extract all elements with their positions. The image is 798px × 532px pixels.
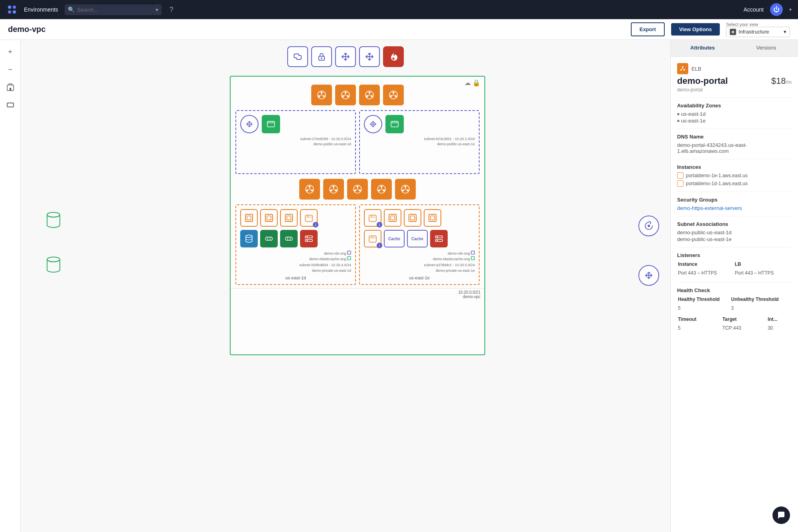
middle-elb-5[interactable] xyxy=(395,179,416,200)
elasticache-box-1d-2[interactable] xyxy=(280,230,298,247)
lock-tool-icon[interactable] xyxy=(311,46,332,67)
security-group-link[interactable]: demo-https-external-servers xyxy=(677,205,792,211)
view-selector[interactable]: Select your view ■ Infrastructure ▾ xyxy=(726,22,790,37)
instance-chip-2[interactable] xyxy=(260,209,278,227)
svg-point-35 xyxy=(306,190,308,192)
export-button[interactable]: Export xyxy=(631,22,665,36)
app-logo xyxy=(6,4,18,15)
rds-box-1d[interactable] xyxy=(240,230,258,247)
resource-type-header: ELB xyxy=(677,63,792,74)
instance-chip-1e-2[interactable] xyxy=(384,209,401,227)
svg-point-9 xyxy=(321,57,322,59)
instance-chip-4[interactable]: 1 xyxy=(300,209,318,227)
ecs-icon-1e[interactable] xyxy=(385,115,404,133)
resource-id: demo-portal xyxy=(677,87,728,93)
circular-arrow-icon[interactable] xyxy=(638,216,659,236)
zone-label-1d: us-east-1d xyxy=(240,275,351,280)
lock-small-icon: 🔒 xyxy=(472,79,480,87)
s3-bucket-green-2[interactable] xyxy=(45,256,62,274)
subnet-label-1e: subnet-623c2831 - 10.20.1.0/24 demo-publ… xyxy=(364,136,475,146)
pan-tool-icon[interactable] xyxy=(359,46,380,67)
elb-icon-2[interactable] xyxy=(335,85,356,105)
right-panel: Attributes Versions ELB demo-portal xyxy=(670,40,798,532)
middle-elb-1[interactable] xyxy=(299,179,320,200)
instance-item-1[interactable]: portaldemo-1e-1.aws.east.us xyxy=(677,172,792,179)
svg-rect-70 xyxy=(431,216,435,220)
elb-icon-3[interactable] xyxy=(359,85,380,105)
search-dropdown-button[interactable]: ▾ xyxy=(152,4,162,15)
middle-elb-4[interactable] xyxy=(371,179,392,200)
svg-point-25 xyxy=(366,95,368,97)
user-menu-caret[interactable]: ▾ xyxy=(789,7,792,12)
svg-rect-5 xyxy=(10,88,11,91)
search-input[interactable] xyxy=(65,4,152,15)
svg-rect-59 xyxy=(305,236,312,238)
zoom-in-button[interactable]: + xyxy=(3,45,18,59)
middle-elb-row xyxy=(231,174,484,204)
elb-icon-4[interactable] xyxy=(383,85,404,105)
svg-point-13 xyxy=(648,225,650,227)
user-avatar-button[interactable]: ⏻ xyxy=(770,3,783,16)
fire-tool-icon[interactable] xyxy=(383,46,404,67)
bottom-chips-row-1d xyxy=(240,230,351,247)
building-button[interactable] xyxy=(3,80,18,94)
cache-box-1e-1[interactable]: Cache xyxy=(384,230,405,247)
zoom-out-button[interactable]: − xyxy=(3,62,18,77)
ec2-icon-1e[interactable] xyxy=(364,115,382,133)
ec2-icon-1d[interactable] xyxy=(240,115,259,133)
svg-rect-57 xyxy=(287,216,291,220)
view-options-button[interactable]: View Options xyxy=(671,23,720,36)
svg-point-41 xyxy=(357,186,359,188)
search-wrapper: 🔍 ▾ xyxy=(65,4,162,15)
instance-chip-1e-4[interactable] xyxy=(424,209,441,227)
az-1d: us-east-1d xyxy=(677,111,792,117)
zone-label-1e: us-east-1e xyxy=(364,275,475,280)
chat-bubble-button[interactable] xyxy=(772,506,790,524)
help-icon[interactable]: ? xyxy=(170,6,174,14)
account-label[interactable]: Account xyxy=(743,6,764,13)
brand-label[interactable]: Environments xyxy=(24,6,58,13)
bottom-subnet-labels-1d: demo-rds-sng demo-elasticcache-sng subne… xyxy=(240,251,351,274)
elasticache-box-1d-1[interactable] xyxy=(260,230,278,247)
ecs-icon-1d[interactable] xyxy=(262,115,280,133)
timeout-val: 5 xyxy=(678,324,721,332)
elb-icon-1[interactable] xyxy=(311,85,332,105)
middle-elb-3[interactable] xyxy=(347,179,368,200)
svg-point-21 xyxy=(342,95,344,97)
instances-label: Instances xyxy=(677,164,792,170)
move-all-tool-icon[interactable] xyxy=(335,46,356,67)
elasticsearch-1e[interactable] xyxy=(430,230,448,247)
health-row-1: 5 3 xyxy=(678,305,791,312)
vpc-box: ☁ 🔒 xyxy=(230,76,485,355)
elb-icon-1e[interactable]: 1 xyxy=(364,230,381,247)
svg-point-43 xyxy=(354,190,356,192)
infrastructure-label: Infrastructure xyxy=(739,29,769,35)
tab-versions[interactable]: Versions xyxy=(735,40,798,56)
instance-chip-1[interactable] xyxy=(240,209,258,227)
listeners-label: Listeners xyxy=(677,252,792,258)
arrows-icon[interactable] xyxy=(638,265,659,286)
unhealthy-threshold-header: Unhealthy Threshold xyxy=(731,297,791,304)
availability-zones-label: Availability Zones xyxy=(677,103,792,109)
svg-rect-66 xyxy=(391,216,395,220)
link-tool-icon[interactable] xyxy=(287,46,308,67)
instance-chip-3[interactable] xyxy=(280,209,298,227)
instance-icon-1 xyxy=(677,172,683,179)
vpc-wrapper: ☁ 🔒 xyxy=(77,76,638,528)
vpc-bottom-label: 10.20.0.0/21 demo-vpc xyxy=(231,288,484,301)
middle-elb-2[interactable] xyxy=(323,179,344,200)
elasticsearchbox-1d[interactable] xyxy=(300,230,318,247)
listeners-row: Port 443 – HTTPS Port 443 – HTTPS xyxy=(678,269,791,277)
instance-chip-1e-1[interactable]: 1 xyxy=(364,209,381,227)
cache-box-1e-2[interactable]: Cache xyxy=(407,230,428,247)
instance-item-2[interactable]: portaldemo-1d-1.aws.east.us xyxy=(677,180,792,187)
interval-val: 30 xyxy=(768,324,791,332)
instance-chip-1e-3[interactable] xyxy=(404,209,421,227)
listeners-lb-col: LB xyxy=(735,261,791,269)
infrastructure-view-select[interactable]: ■ Infrastructure ▾ xyxy=(726,27,790,37)
layer-button[interactable] xyxy=(3,97,18,112)
listeners-table: Instance LB Port 443 – HTTPS Port 443 – … xyxy=(677,261,792,277)
left-sidebar: + − xyxy=(0,40,21,532)
s3-bucket-green-1[interactable] xyxy=(45,212,62,229)
tab-attributes[interactable]: Attributes xyxy=(671,40,735,56)
